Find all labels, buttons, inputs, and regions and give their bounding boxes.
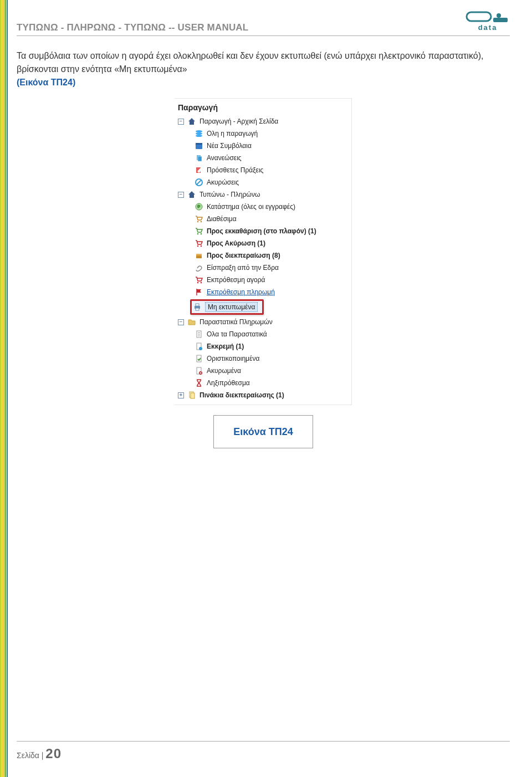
svg-rect-0 bbox=[467, 12, 491, 21]
tree-item-pending-clearance[interactable]: Προς εκκαθάριση (στο πλαφόν) (1) bbox=[175, 225, 351, 237]
figure-reference: (Εικόνα ΤΠ24) bbox=[17, 78, 75, 87]
package-icon bbox=[195, 251, 203, 260]
svg-rect-27 bbox=[196, 308, 199, 310]
svg-point-5 bbox=[196, 135, 202, 137]
tree-node-print-pay[interactable]: − Τυπώνω - Πληρώνω bbox=[175, 188, 351, 201]
svg-point-22 bbox=[197, 282, 199, 284]
item-label: Ληξιπρόθεσμα bbox=[207, 379, 250, 387]
paragraph-text: Τα συμβόλαια των οποίων η αγορά έχει ολο… bbox=[17, 51, 483, 74]
item-label: Ακυρωμένα bbox=[207, 367, 241, 375]
tree-item-new-contracts[interactable]: Νέα Συμβόλαια bbox=[175, 140, 351, 152]
doc-cancel-icon bbox=[195, 366, 203, 375]
tree-item-overdue-docs[interactable]: Ληξιπρόθεσμα bbox=[175, 377, 351, 389]
node-label: Παραστατικά Πληρωμών bbox=[200, 318, 273, 326]
tree-item-pending-docs[interactable]: Εκκρεμή (1) bbox=[175, 340, 351, 352]
doc-icon bbox=[195, 330, 203, 339]
svg-rect-2 bbox=[493, 18, 508, 22]
svg-point-16 bbox=[197, 233, 199, 235]
svg-point-19 bbox=[201, 246, 202, 247]
item-label: Ολα τα Παραστατικά bbox=[207, 330, 267, 338]
item-label: Κατάστημα (όλες οι εγγραφές) bbox=[207, 203, 295, 211]
side-accent-stripes bbox=[0, 0, 8, 777]
item-label: Μη εκτυπωμένα bbox=[205, 302, 258, 312]
item-label: Προς εκκαθάριση (στο πλαφόν) (1) bbox=[207, 227, 316, 235]
tree-item-overdue-payment[interactable]: Εκπρόθεσμη πληρωμή bbox=[175, 286, 351, 298]
figure-caption: Εικόνα ΤΠ24 bbox=[213, 415, 313, 448]
cart-green-icon bbox=[195, 227, 203, 236]
panel-title: Παραγωγή bbox=[175, 101, 351, 115]
calendar-icon bbox=[195, 141, 203, 150]
item-label: Ακυρώσεις bbox=[207, 178, 239, 186]
svg-point-4 bbox=[196, 132, 202, 135]
cart-red-icon bbox=[195, 239, 203, 248]
node-label: Πινάκια διεκπεραίωσης (1) bbox=[200, 391, 284, 399]
collapse-icon[interactable]: − bbox=[178, 192, 184, 198]
footer-label: Σελίδα | bbox=[17, 751, 45, 760]
page-header: ΤΥΠΩΝΩ - ΠΛΗΡΩΝΩ - ΤΥΠΩΝΩ -- USER MANUAL… bbox=[17, 11, 510, 36]
tree-item-not-printed-highlighted[interactable]: Μη εκτυπωμένα bbox=[190, 299, 264, 315]
item-label: Προς διεκπεραίωση (8) bbox=[207, 252, 280, 259]
copy-icon bbox=[195, 154, 203, 162]
tree-item-overdue-purchase[interactable]: Εκπρόθεσμη αγορά bbox=[175, 274, 351, 286]
svg-line-12 bbox=[197, 180, 201, 185]
item-label: Ολη η παραγωγή bbox=[207, 130, 258, 137]
tree-item-all-production[interactable]: Ολη η παραγωγή bbox=[175, 127, 351, 140]
svg-point-3 bbox=[196, 130, 202, 132]
item-label: Νέα Συμβόλαια bbox=[207, 142, 252, 150]
page-footer: Σελίδα | 20 bbox=[17, 741, 510, 761]
globe-icon bbox=[195, 202, 203, 211]
node-label: Παραγωγή - Αρχική Σελίδα bbox=[200, 117, 278, 125]
cart-red-icon bbox=[195, 275, 203, 284]
collapse-icon[interactable]: − bbox=[178, 119, 184, 125]
tree-item-cancellations[interactable]: Ακυρώσεις bbox=[175, 176, 351, 188]
tree-item-additional-acts[interactable]: Πρόσθετες Πράξεις bbox=[175, 164, 351, 176]
caption-text: Εικόνα ΤΠ24 bbox=[233, 426, 293, 438]
svg-point-18 bbox=[197, 246, 199, 247]
tree-item-renewals[interactable]: Ανανεώσεις bbox=[175, 152, 351, 164]
item-label: Διαθέσιμα bbox=[207, 215, 237, 223]
tree-node-dispatch-tables[interactable]: + Πινάκια διεκπεραίωσης (1) bbox=[175, 389, 351, 401]
item-label: Οριστικοποιημένα bbox=[207, 355, 259, 362]
tree-item-cancelled-docs[interactable]: Ακυρωμένα bbox=[175, 365, 351, 377]
tree-node-production-home[interactable]: − Παραγωγή - Αρχική Σελίδα bbox=[175, 115, 351, 127]
logo-text: data bbox=[478, 23, 498, 32]
stack-icon bbox=[195, 129, 203, 138]
svg-point-23 bbox=[201, 282, 202, 284]
tree-item-pending-process[interactable]: Προς διεκπεραίωση (8) bbox=[175, 249, 351, 262]
doc-ok-icon bbox=[195, 354, 203, 363]
item-label: Ανανεώσεις bbox=[207, 154, 242, 162]
home-icon bbox=[187, 117, 196, 126]
item-label: Εκκρεμή (1) bbox=[207, 343, 244, 350]
svg-rect-9 bbox=[198, 156, 202, 161]
flag-icon bbox=[195, 288, 203, 297]
intro-paragraph: Τα συμβόλαια των οποίων η αγορά έχει ολο… bbox=[17, 49, 510, 89]
expand-icon[interactable]: + bbox=[178, 392, 184, 398]
node-label: Τυπώνω - Πληρώνω bbox=[200, 191, 260, 198]
tree-item-all-docs[interactable]: Ολα τα Παραστατικά bbox=[175, 328, 351, 340]
svg-point-33 bbox=[199, 347, 202, 350]
tree-item-store-all[interactable]: Κατάστημα (όλες οι εγγραφές) bbox=[175, 201, 351, 213]
tree-item-pending-cancel[interactable]: Προς Ακύρωση (1) bbox=[175, 237, 351, 249]
embedded-screenshot-panel: Παραγωγή − Παραγωγή - Αρχική Σελίδα Ολη … bbox=[175, 98, 352, 405]
printer-icon bbox=[193, 303, 202, 311]
svg-rect-26 bbox=[196, 304, 199, 306]
svg-point-17 bbox=[201, 233, 202, 235]
page-container: ΤΥΠΩΝΩ - ΠΛΗΡΩΝΩ - ΤΥΠΩΝΩ -- USER MANUAL… bbox=[17, 11, 510, 760]
svg-point-14 bbox=[197, 221, 199, 223]
edit-icon bbox=[195, 166, 203, 175]
cart-icon bbox=[195, 214, 203, 223]
svg-rect-21 bbox=[196, 254, 202, 255]
hourglass-icon bbox=[195, 379, 203, 387]
svg-rect-7 bbox=[196, 143, 202, 145]
tree-node-payment-docs[interactable]: − Παραστατικά Πληρωμών bbox=[175, 316, 351, 328]
home-icon bbox=[187, 190, 196, 199]
folder-icon bbox=[187, 318, 196, 326]
collapse-icon[interactable]: − bbox=[178, 319, 184, 325]
ban-icon bbox=[195, 178, 203, 187]
page-title: ΤΥΠΩΝΩ - ΠΛΗΡΩΝΩ - ΤΥΠΩΝΩ -- USER MANUAL bbox=[17, 22, 248, 33]
tree-item-hq-collection[interactable]: Είσπραξη από την Εδρα bbox=[175, 262, 351, 274]
item-label[interactable]: Εκπρόθεσμη πληρωμή bbox=[207, 288, 275, 296]
svg-point-1 bbox=[497, 13, 501, 18]
tree-item-available[interactable]: Διαθέσιμα bbox=[175, 213, 351, 225]
tree-item-finalized-docs[interactable]: Οριστικοποιημένα bbox=[175, 352, 351, 365]
